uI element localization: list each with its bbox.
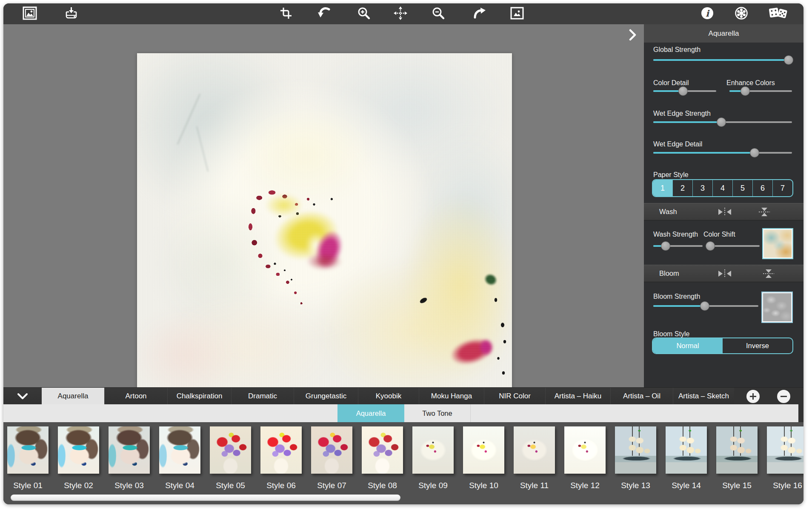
tab-artista-oil[interactable]: Artista – Oil — [610, 388, 673, 405]
artwork-preview[interactable] — [137, 53, 512, 399]
slider-knob[interactable] — [661, 241, 670, 251]
global-strength-label: Global Strength — [653, 46, 700, 54]
style-thumb-09[interactable] — [412, 426, 454, 474]
tab-aquarella[interactable]: Aquarella — [42, 388, 104, 405]
style-label: Style 08 — [362, 481, 403, 490]
style-thumb-02[interactable] — [58, 426, 99, 474]
slider-knob[interactable] — [706, 241, 715, 251]
style-label: Style 03 — [109, 481, 150, 490]
style-thumb-10[interactable] — [463, 426, 504, 474]
style-label: Style 09 — [412, 481, 454, 490]
flip-vertical-icon[interactable] — [758, 207, 771, 219]
style-thumb-08[interactable] — [362, 426, 403, 474]
style-thumb-13[interactable] — [615, 426, 656, 474]
flip-vertical-icon[interactable] — [762, 269, 775, 280]
paper-style-1[interactable]: 1 — [653, 180, 672, 196]
style-thumb-01[interactable] — [7, 426, 49, 474]
wash-strength-slider[interactable] — [653, 241, 703, 251]
sub-tab-background: Aquarella Two Tone — [3, 404, 798, 422]
style-thumb-16[interactable] — [767, 426, 803, 474]
tab-artista-haiku[interactable]: Artista – Haiku — [545, 388, 610, 405]
slider-knob[interactable] — [750, 148, 759, 157]
paper-style-5[interactable]: 5 — [732, 180, 752, 196]
style-thumb-06[interactable] — [260, 426, 302, 474]
wash-strength-label: Wash Strength — [653, 231, 698, 238]
style-thumb-07[interactable] — [311, 426, 352, 474]
tab-drawer-collapse[interactable] — [3, 388, 42, 405]
slider-knob[interactable] — [741, 86, 750, 96]
paper-style-group: 1 2 3 4 5 6 7 — [652, 179, 793, 197]
slider-knob[interactable] — [678, 86, 688, 96]
slider-knob[interactable] — [784, 55, 793, 65]
slider-knob[interactable] — [717, 117, 726, 127]
tab-chalkspiration[interactable]: Chalkspiration — [167, 388, 231, 405]
style-label: Style 15 — [716, 481, 758, 490]
style-thumb-15[interactable] — [716, 426, 758, 474]
bloom-style-inverse[interactable]: Inverse — [723, 338, 792, 353]
canvas-area — [3, 24, 644, 387]
tab-grungetastic[interactable]: Grungetastic — [294, 388, 358, 405]
tab-dramatic[interactable]: Dramatic — [231, 388, 294, 405]
paper-style-4[interactable]: 4 — [712, 180, 732, 196]
bloom-strength-label: Bloom Strength — [653, 293, 700, 300]
flip-horizontal-icon[interactable] — [717, 207, 732, 218]
bloom-texture-swatch[interactable] — [761, 292, 793, 323]
panel-collapse-button[interactable] — [629, 29, 642, 42]
slider-fill — [653, 152, 755, 154]
zoom-in-icon[interactable] — [357, 6, 371, 22]
wash-texture-swatch[interactable] — [762, 228, 793, 259]
color-detail-slider[interactable] — [653, 86, 716, 96]
style-label: Style 12 — [564, 481, 606, 490]
tab-kyoobik[interactable]: Kyoobik — [358, 388, 419, 405]
settings-icon[interactable] — [735, 6, 748, 22]
style-label: Style 01 — [7, 481, 49, 490]
subtab-aquarella[interactable]: Aquarella — [337, 404, 404, 422]
info-icon[interactable]: i — [700, 6, 714, 22]
rotate-icon[interactable] — [317, 6, 332, 22]
style-thumb-12[interactable] — [564, 426, 606, 474]
tab-artista-sketch[interactable]: Artista – Sketch — [673, 388, 734, 405]
export-image-icon[interactable] — [64, 6, 79, 22]
style-thumb-11[interactable] — [514, 426, 555, 474]
paper-style-2[interactable]: 2 — [672, 180, 692, 196]
paper-style-6[interactable]: 6 — [752, 180, 772, 196]
wet-edge-detail-slider[interactable] — [653, 148, 792, 157]
view-original-icon[interactable] — [510, 6, 524, 22]
subtab-two-tone[interactable]: Two Tone — [404, 404, 471, 422]
style-label: Style 07 — [311, 481, 352, 490]
remove-preset-button[interactable] — [777, 389, 791, 403]
style-label: Style 10 — [463, 481, 504, 490]
open-image-icon[interactable] — [23, 6, 37, 22]
style-thumb-05[interactable] — [210, 426, 251, 474]
slider-knob[interactable] — [700, 301, 709, 311]
style-thumb-04[interactable] — [159, 426, 200, 474]
bloom-style-group: Normal Inverse — [652, 337, 793, 354]
enhance-colors-slider[interactable] — [729, 86, 792, 96]
style-thumb-14[interactable] — [666, 426, 707, 474]
pan-icon[interactable] — [393, 6, 408, 22]
wet-edge-strength-label: Wet Edge Strength — [653, 110, 711, 117]
color-shift-label: Color Shift — [703, 231, 735, 238]
bloom-style-normal[interactable]: Normal — [653, 338, 723, 353]
enhance-colors-label: Enhance Colors — [726, 79, 775, 87]
wet-edge-strength-slider[interactable] — [653, 117, 792, 127]
crop-icon[interactable] — [279, 6, 293, 22]
paper-style-7[interactable]: 7 — [772, 180, 792, 196]
tab-nir-color[interactable]: NIR Color — [484, 388, 545, 405]
paper-style-3[interactable]: 3 — [692, 180, 712, 196]
style-thumb-03[interactable] — [109, 426, 150, 474]
horizontal-scrollbar[interactable] — [11, 495, 400, 501]
tab-moku-hanga[interactable]: Moku Hanga — [419, 388, 484, 405]
style-strip — [3, 422, 803, 504]
add-preset-button[interactable] — [746, 389, 760, 403]
tab-artoon[interactable]: Artoon — [104, 388, 167, 405]
random-style-icon[interactable] — [768, 6, 788, 22]
global-strength-slider[interactable] — [653, 55, 793, 65]
preset-tab-bar: Aquarella Artoon Chalkspiration Dramatic… — [3, 387, 803, 405]
color-shift-slider[interactable] — [706, 241, 760, 251]
redo-icon[interactable] — [472, 6, 486, 22]
flip-horizontal-icon[interactable] — [717, 269, 732, 280]
zoom-out-icon[interactable] — [432, 6, 445, 22]
bloom-strength-slider[interactable] — [653, 301, 758, 311]
toolbar: i — [3, 3, 803, 25]
